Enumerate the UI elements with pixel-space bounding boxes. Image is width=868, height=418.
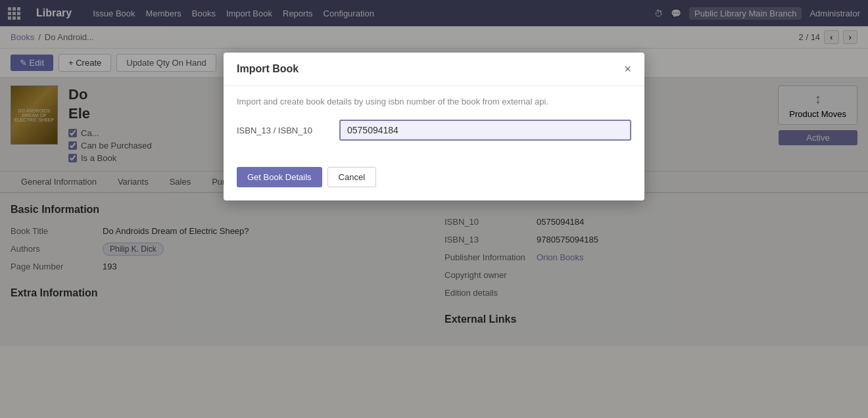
modal-description: Import and create book details by using … (237, 97, 631, 106)
modal-isbn-field: ISBN_13 / ISBN_10 (237, 120, 631, 141)
isbn-input[interactable] (339, 120, 631, 141)
modal-title: Import Book (237, 63, 299, 75)
modal-header: Import Book × (224, 53, 644, 86)
modal-overlay[interactable]: Import Book × Import and create book det… (0, 0, 868, 418)
modal-footer: Get Book Details Cancel (224, 167, 644, 200)
modal-body: Import and create book details by using … (224, 86, 644, 167)
modal-isbn-label: ISBN_13 / ISBN_10 (237, 126, 329, 135)
modal-close-button[interactable]: × (624, 63, 631, 75)
cancel-button[interactable]: Cancel (327, 167, 376, 187)
import-book-modal: Import Book × Import and create book det… (224, 53, 644, 200)
get-book-details-button[interactable]: Get Book Details (237, 167, 322, 187)
